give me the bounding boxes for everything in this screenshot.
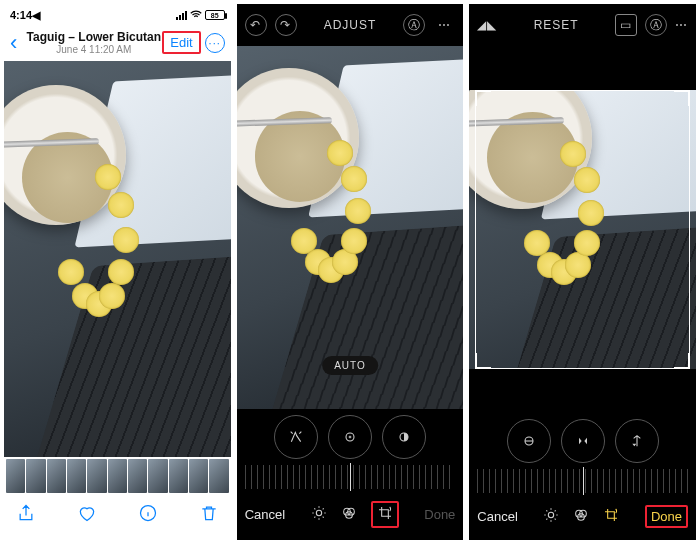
favorite-button[interactable]	[77, 503, 97, 528]
svg-point-8	[549, 512, 554, 517]
more-button[interactable]: ⋯	[675, 18, 688, 32]
filters-tab[interactable]	[573, 507, 589, 526]
thumbnail[interactable]	[26, 459, 45, 493]
redo-button[interactable]: ↷	[275, 14, 297, 36]
thumbnail[interactable]	[108, 459, 127, 493]
more-button[interactable]: ⋯	[433, 14, 455, 36]
aspect-button[interactable]: ▭	[615, 14, 637, 36]
brilliance-dial[interactable]	[382, 415, 426, 459]
auto-enhance-label: AUTO	[322, 356, 378, 375]
thumbnail-strip[interactable]	[4, 457, 231, 495]
markup-button[interactable]: Ⓐ	[403, 14, 425, 36]
adjust-slider[interactable]	[245, 465, 456, 489]
thumbnail[interactable]	[148, 459, 167, 493]
reset-button[interactable]: RESET	[497, 18, 615, 32]
battery-icon: 85	[205, 10, 225, 20]
delete-button[interactable]	[199, 503, 219, 528]
crop-tab[interactable]	[603, 507, 619, 526]
photo-title: Taguig – Lower Bicutan June 4 11:20 AM	[25, 30, 162, 55]
undo-button[interactable]: ↶	[245, 14, 267, 36]
edit-crop-screen: ◢◣ RESET ▭ Ⓐ ⋯	[469, 4, 696, 540]
thumbnail[interactable]	[209, 459, 228, 493]
edit-bottom-bar: Cancel Done	[469, 495, 696, 540]
crop-actions-row	[469, 413, 696, 463]
rotate-slider[interactable]	[477, 469, 688, 493]
crop-handle-bl[interactable]	[475, 353, 491, 369]
mode-label: ADJUST	[297, 18, 404, 32]
crop-tab[interactable]	[371, 501, 399, 528]
done-button[interactable]: Done	[424, 507, 455, 522]
cancel-button[interactable]: Cancel	[245, 507, 285, 522]
straighten-dial[interactable]	[507, 419, 551, 463]
edit-top-bar: ◢◣ RESET ▭ Ⓐ ⋯	[469, 4, 696, 46]
crop-handle-br[interactable]	[674, 353, 690, 369]
auto-dial[interactable]	[274, 415, 318, 459]
thumbnail[interactable]	[87, 459, 106, 493]
crop-mask	[469, 46, 696, 90]
thumbnail[interactable]	[6, 459, 25, 493]
edit-canvas[interactable]: AUTO	[237, 46, 464, 409]
adjust-tab[interactable]	[543, 507, 559, 526]
edit-top-bar: ↶ ↷ ADJUST Ⓐ ⋯	[237, 4, 464, 46]
cancel-button[interactable]: Cancel	[477, 509, 517, 524]
markup-button[interactable]: Ⓐ	[645, 14, 667, 36]
thumbnail[interactable]	[47, 459, 66, 493]
back-button[interactable]: ‹	[10, 32, 25, 54]
wifi-icon	[189, 8, 203, 22]
share-button[interactable]	[16, 503, 36, 528]
edit-adjust-screen: ↶ ↷ ADJUST Ⓐ ⋯	[237, 4, 464, 540]
crop-frame[interactable]	[475, 90, 690, 369]
crop-handle-tr[interactable]	[674, 90, 690, 106]
edit-bottom-bar: Cancel Done	[237, 491, 464, 540]
crop-handle-tl[interactable]	[475, 90, 491, 106]
cell-signal-icon	[176, 11, 187, 20]
crop-mask	[469, 369, 696, 413]
location-title: Taguig – Lower Bicutan	[25, 30, 162, 44]
exposure-dial[interactable]	[328, 415, 372, 459]
thumbnail[interactable]	[67, 459, 86, 493]
status-bar: 4:14◀ 85	[4, 4, 231, 26]
nav-bar: ‹ Taguig – Lower Bicutan June 4 11:20 AM…	[4, 26, 231, 61]
edit-button[interactable]: Edit	[162, 31, 200, 54]
more-button[interactable]: ···	[205, 33, 225, 53]
flip-horizontal-button[interactable]	[561, 419, 605, 463]
adjust-tab[interactable]	[311, 505, 327, 524]
thumbnail[interactable]	[189, 459, 208, 493]
rotate-button[interactable]	[615, 419, 659, 463]
filters-tab[interactable]	[341, 505, 357, 524]
photos-detail-screen: 4:14◀ 85 ‹ Taguig – Lower Bicutan June 4…	[4, 4, 231, 540]
crop-canvas[interactable]	[469, 46, 696, 413]
svg-point-3	[316, 510, 321, 515]
thumbnail[interactable]	[128, 459, 147, 493]
done-button[interactable]: Done	[645, 505, 688, 528]
bottom-toolbar	[4, 495, 231, 540]
photo-content	[4, 61, 231, 457]
adjust-dial-row	[237, 409, 464, 459]
thumbnail[interactable]	[169, 459, 188, 493]
photo-viewport[interactable]	[4, 61, 231, 457]
info-button[interactable]	[138, 503, 158, 528]
flip-vertical-icon[interactable]: ◢◣	[477, 18, 497, 32]
status-time: 4:14◀	[10, 9, 40, 22]
timestamp-subtitle: June 4 11:20 AM	[25, 44, 162, 55]
